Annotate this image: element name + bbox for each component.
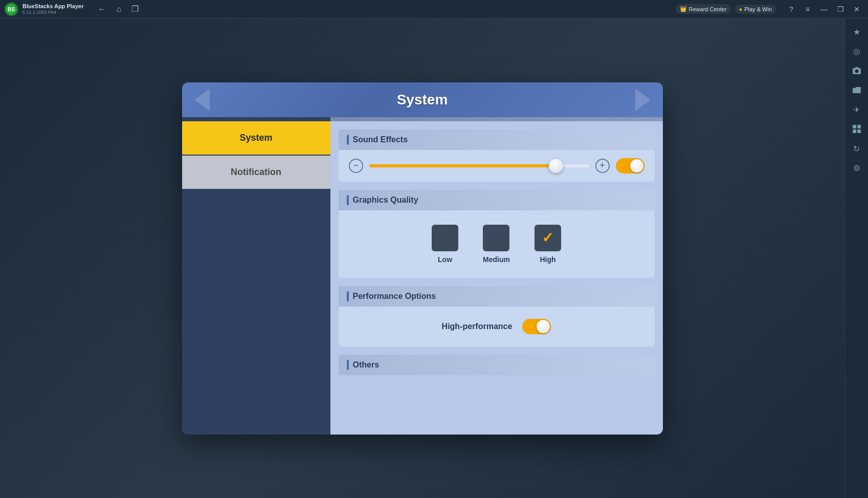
performance-row: High-performance [349,315,644,338]
app-info: BlueStacks App Player 5.11.1.1003 P64 [23,3,83,15]
restore-button[interactable]: ❐ [833,2,848,16]
topbar-ctrl-btns: ? ≡ — ❐ ✕ [784,2,864,16]
content-inner: Sound Effects − [330,121,663,383]
play-win-button[interactable]: ● Play & Win [735,5,776,14]
system-dialog: System System Notification [182,82,663,435]
topbar-right: 👑 Reward Center ● Play & Win ? ≡ — ❐ ✕ [676,2,868,16]
svg-point-4 [855,70,858,73]
minimize-button[interactable]: — [817,2,831,16]
dialog-header: System [182,82,663,117]
sidebar-icon-circle[interactable]: ◎ [848,42,866,60]
dialog-body: System Notification Sound Effects [182,117,663,435]
sound-toggle[interactable] [616,158,644,174]
high-performance-label: High-performance [442,322,513,331]
sidebar-icon-apps[interactable] [848,120,866,138]
section-accent-performance [347,291,349,301]
performance-toggle-knob [537,320,550,333]
performance-options-title: Performance Options [353,292,436,301]
slider-fill [369,164,557,167]
graphics-options: Low Medium [349,219,644,270]
crown-icon: 👑 [680,6,687,12]
graphics-quality-header: Graphics Quality [339,190,655,210]
volume-decrease-button[interactable]: − [349,159,363,173]
nav-item-notification[interactable]: Notification [182,156,330,189]
sound-row: − + [349,158,644,174]
quality-box-medium [483,225,509,251]
dialog-title: System [397,92,448,108]
svg-rect-8 [853,129,856,133]
topbar-nav: ← ⌂ ❐ [96,2,141,16]
header-deco-left [194,89,210,111]
sidebar-icon-plane[interactable]: ✈ [848,100,866,119]
nav-item-system[interactable]: System [182,121,330,155]
sound-effects-section: Sound Effects − [339,129,655,182]
header-deco-right [635,89,651,111]
sidebar-icon-folder[interactable] [848,81,866,99]
app-logo: BS [4,2,18,16]
checkmark-icon: ✓ [542,229,553,246]
app-version: 5.11.1.1003 P64 [23,10,83,15]
graphics-quality-title: Graphics Quality [353,196,418,205]
sound-effects-title: Sound Effects [353,135,408,144]
graphics-quality-section: Graphics Quality Low [339,190,655,278]
topbar: BS BlueStacks App Player 5.11.1.1003 P64… [0,0,868,18]
slider-track [369,164,589,167]
svg-text:BS: BS [8,7,15,12]
sidebar-icon-star[interactable]: ★ [848,23,866,41]
play-win-label: Play & Win [744,6,772,12]
performance-options-section: Performance Options High-performance [339,286,655,347]
section-accent-graphics [347,195,349,205]
top-separator [330,117,663,121]
quality-label-high: High [540,255,555,264]
left-nav: System Notification [182,117,330,435]
right-sidebar: ★ ◎ ✈ ↻ ⚙ [844,18,868,498]
section-accent-sound [347,135,349,145]
main-area: System System Notification [0,18,844,498]
app-name: BlueStacks App Player [23,3,83,10]
sidebar-icon-camera[interactable] [848,61,866,80]
slider-thumb[interactable] [549,159,563,173]
sound-effects-content: − + [339,150,655,182]
performance-options-content: High-performance [339,307,655,347]
back-button[interactable]: ← [96,3,108,16]
volume-slider[interactable] [369,159,589,173]
copy-button[interactable]: ❐ [129,2,141,16]
svg-rect-7 [857,125,861,128]
menu-button[interactable]: ≡ [800,2,815,16]
others-title: Others [353,360,380,370]
others-header: Others [339,355,655,375]
quality-label-low: Low [438,255,452,264]
performance-options-header: Performance Options [339,286,655,307]
sound-effects-header: Sound Effects [339,129,655,150]
help-button[interactable]: ? [784,2,798,16]
topbar-left: BS BlueStacks App Player 5.11.1.1003 P64… [0,2,141,16]
performance-toggle[interactable] [522,319,551,334]
svg-rect-9 [857,129,861,133]
quality-box-high: ✓ [535,225,561,251]
quality-box-low [432,225,458,251]
reward-center-button[interactable]: 👑 Reward Center [676,4,731,14]
others-section: Others [339,355,655,375]
sound-toggle-knob [630,159,643,172]
circle-icon: ● [739,6,743,12]
quality-option-low[interactable]: Low [432,225,458,264]
svg-rect-5 [855,67,858,69]
svg-rect-6 [853,125,856,128]
sidebar-icon-settings[interactable]: ⚙ [848,159,866,177]
volume-increase-button[interactable]: + [595,159,610,173]
graphics-quality-content: Low Medium [339,210,655,278]
content-area[interactable]: Sound Effects − [330,117,663,435]
quality-label-medium: Medium [483,255,510,264]
quality-option-high[interactable]: ✓ High [535,225,561,264]
close-button[interactable]: ✕ [850,2,864,16]
reward-center-label: Reward Center [689,6,727,12]
quality-option-medium[interactable]: Medium [483,225,510,264]
home-button[interactable]: ⌂ [114,3,123,16]
sidebar-icon-refresh[interactable]: ↻ [848,139,866,158]
section-accent-others [347,360,349,370]
